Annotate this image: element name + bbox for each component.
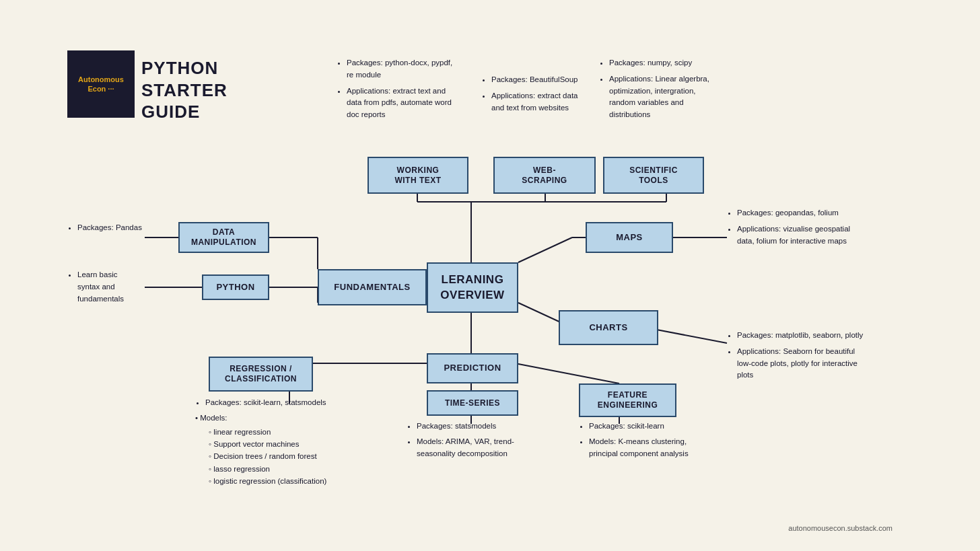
logo-box: Autonomous Econ ··· xyxy=(67,50,135,118)
node-data-manipulation: DATA MANIPULATION xyxy=(178,222,269,253)
node-fundamentals: FUNDAMENTALS xyxy=(318,269,427,305)
page-title: PYTHON STARTER GUIDE xyxy=(141,57,228,123)
node-web-scraping: WEB- SCRAPING xyxy=(493,157,596,194)
info-charts: Packages: matplotlib, seaborn, plotly Ap… xyxy=(727,330,865,384)
node-scientific-tools: SCIENTIFIC TOOLS xyxy=(603,157,704,194)
info-feature-engineering: Packages: scikit-learn Models: K-means c… xyxy=(579,420,713,462)
regression-model-item: ◦ lasso regression xyxy=(209,463,374,475)
logo-text: Autonomous Econ ··· xyxy=(78,75,124,94)
node-charts: CHARTS xyxy=(559,310,658,345)
svg-line-22 xyxy=(515,363,619,383)
svg-line-17 xyxy=(646,328,727,343)
regression-model-item: ◦ Decision trees / random forest xyxy=(209,450,374,462)
node-time-series: TIME-SERIES xyxy=(427,390,518,416)
footer-text: autonomousecon.substack.com xyxy=(788,524,893,532)
info-web-scraping: Packages: BeautifulSoup Applications: ex… xyxy=(481,74,592,116)
regression-model-item: ◦ linear regression xyxy=(209,426,374,438)
node-working-with-text: WORKING WITH TEXT xyxy=(368,157,468,194)
regression-model-item: ◦ Support vector machines xyxy=(209,438,374,450)
node-feature-engineering: FEATURE ENGINEERING xyxy=(579,383,676,417)
info-time-series: Packages: statsmodels Models: ARIMA, VAR… xyxy=(407,420,541,462)
node-maps: MAPS xyxy=(586,222,673,253)
node-python: PYTHON xyxy=(202,274,269,300)
regression-model-item: ◦ logistic regression (classification) xyxy=(209,475,374,487)
info-working-text: Packages: python-docx, pypdf, re module … xyxy=(337,57,461,124)
info-regression: Packages: scikit-learn, statsmodels • Mo… xyxy=(195,397,374,488)
node-learning-overview: LERANING OVERVIEW xyxy=(427,262,518,313)
info-maps: Packages: geopandas, folium Applications… xyxy=(727,207,858,250)
info-python-packages: Packages: Pandas xyxy=(67,222,175,237)
info-scientific: Packages: numpy, scipy Applications: Lin… xyxy=(599,57,724,124)
page: Autonomous Econ ··· PYTHON STARTER GUIDE… xyxy=(0,0,980,551)
info-python-syntax: Learn basic syntax and fundamentals xyxy=(67,269,175,307)
node-regression: REGRESSION / CLASSIFICATION xyxy=(209,357,313,392)
svg-line-12 xyxy=(518,237,572,262)
node-prediction: PREDICTION xyxy=(427,353,518,383)
